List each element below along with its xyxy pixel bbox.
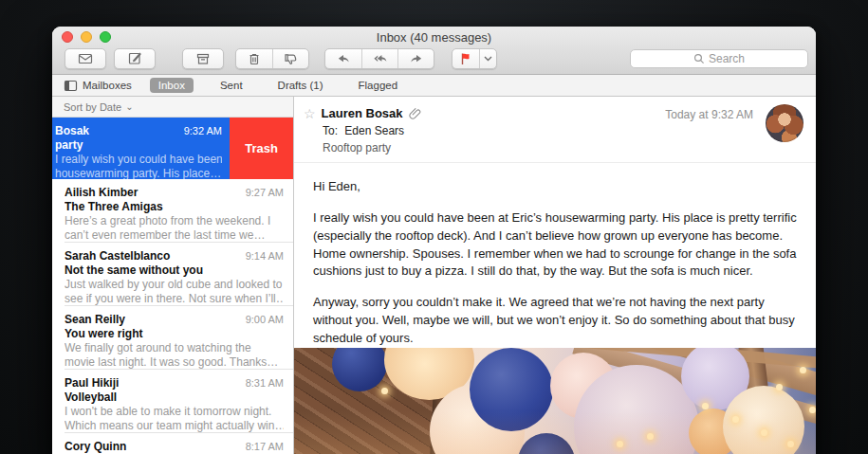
sort-by-date-control[interactable]: Sort by Date ⌄ xyxy=(52,97,293,118)
reply-button[interactable] xyxy=(325,49,361,68)
forward-button[interactable] xyxy=(397,49,434,68)
message-preview-line: can’t even remember the last time we… xyxy=(65,228,284,243)
reply-arrow-icon xyxy=(336,52,351,65)
message-body: Hi Eden, I really wish you could have be… xyxy=(294,163,816,348)
message-date: Today at 9:32 AM xyxy=(665,108,753,121)
message-preview-line: see if you were in there. Not sure when … xyxy=(65,292,284,306)
message-preview-line: I really wish you could have been xyxy=(55,153,222,167)
message-time: 9:27 AM xyxy=(246,187,284,198)
delete-button[interactable] xyxy=(236,49,272,68)
message-sender: Cory Quinn xyxy=(65,440,240,453)
message-header: ☆ Lauren Bosak To: Eden Sears Rooftop pa… xyxy=(294,97,816,163)
message-subject: party xyxy=(55,138,222,152)
message-subject: Not the same without you xyxy=(65,263,284,277)
message-list-item[interactable]: Cory Quinn 8:17 AM Vacation photos xyxy=(52,433,293,454)
message-list-item[interactable]: Ailish Kimber 9:27 AM The Three Amigas H… xyxy=(52,179,293,243)
photo-glow-overlay xyxy=(294,348,816,454)
message-subject: The Three Amigas xyxy=(65,200,284,213)
magnifier-icon xyxy=(693,53,705,64)
content-area: Sort by Date ⌄ Bosak 9:32 AM party I rea… xyxy=(52,97,816,454)
archive-icon xyxy=(195,52,211,65)
compose-icon xyxy=(128,51,142,65)
body-paragraph: I really wish you could have been at Eri… xyxy=(313,209,797,281)
attachment-photo[interactable] xyxy=(294,348,816,454)
thumbs-down-icon xyxy=(284,52,298,65)
message-preview-line: movie last night. It was so good. Thanks… xyxy=(65,355,284,370)
mailboxes-button[interactable]: Mailboxes xyxy=(64,80,132,92)
swiped-message-content[interactable]: Bosak 9:32 AM party I really wish you co… xyxy=(52,118,230,179)
trash-swipe-button[interactable]: Trash xyxy=(230,118,293,179)
message-time: 8:31 AM xyxy=(246,377,284,389)
archive-button[interactable] xyxy=(182,48,224,69)
zoom-button[interactable] xyxy=(100,31,111,43)
desktop-background: { "window": { "title": "Inbox (40 messag… xyxy=(0,0,868,454)
flag-button[interactable] xyxy=(452,49,479,68)
message-sender: Ailish Kimber xyxy=(65,186,240,199)
sort-label: Sort by Date xyxy=(64,101,121,113)
close-button[interactable] xyxy=(62,31,73,43)
favorites-tab-flagged[interactable]: Flagged xyxy=(350,78,407,93)
message-sender: Sean Reilly xyxy=(65,313,240,326)
window-title: Inbox (40 messages) xyxy=(377,30,491,45)
message-preview-line: We finally got around to watching the xyxy=(65,341,284,355)
message-time: 9:32 AM xyxy=(184,125,222,136)
search-placeholder: Search xyxy=(709,52,745,65)
window-titlebar[interactable]: Inbox (40 messages) xyxy=(52,27,816,47)
message-list-item-selected[interactable]: Bosak 9:32 AM party I really wish you co… xyxy=(52,118,293,179)
flag-icon xyxy=(460,52,471,65)
message-preview-line: Just walked by your old cube and looked … xyxy=(65,278,284,292)
message-sender: Paul Hikiji xyxy=(65,376,240,390)
favorites-tab-sent[interactable]: Sent xyxy=(212,78,251,93)
forward-arrow-icon xyxy=(409,52,424,65)
favorites-bar: Mailboxes Inbox Sent Drafts (1) Flagged xyxy=(52,75,816,97)
reading-subject: Rooftop party xyxy=(323,141,749,154)
message-time: 8:17 AM xyxy=(246,441,284,452)
message-sender: Sarah Castelblanco xyxy=(65,249,240,263)
get-mail-button[interactable] xyxy=(65,48,106,69)
reading-pane: ☆ Lauren Bosak To: Eden Sears Rooftop pa… xyxy=(294,97,816,454)
message-list-item[interactable]: Paul Hikiji 8:31 AM Volleyball I won't b… xyxy=(52,370,293,433)
message-time: 9:14 AM xyxy=(246,250,284,262)
star-outline-icon[interactable]: ☆ xyxy=(304,107,316,120)
trash-icon xyxy=(248,52,261,65)
paperclip-icon[interactable] xyxy=(409,107,421,120)
to-label: To: xyxy=(323,124,338,137)
window-header: Inbox (40 messages) xyxy=(52,27,816,75)
reply-all-arrow-icon xyxy=(372,52,388,65)
search-input[interactable]: Search xyxy=(630,49,808,68)
envelope-icon xyxy=(78,52,93,65)
message-preview-line: housewarming party. His place… xyxy=(55,167,222,179)
message-preview-line: I won't be able to make it tomorrow nigh… xyxy=(65,405,284,419)
favorites-tab-drafts[interactable]: Drafts (1) xyxy=(269,78,332,93)
message-list-item[interactable]: Sarah Castelblanco 9:14 AM Not the same … xyxy=(52,243,293,306)
sidebar-panels-icon xyxy=(64,80,78,92)
sender-avatar xyxy=(766,104,803,142)
flag-group xyxy=(452,48,497,69)
chevron-down-icon xyxy=(484,56,492,62)
message-subject: Volleyball xyxy=(65,390,284,404)
message-subject: You were right xyxy=(65,327,284,340)
message-list-item[interactable]: Sean Reilly 9:00 AM You were right We fi… xyxy=(52,306,293,370)
message-preview-line: Which means our team might actually win… xyxy=(65,419,284,433)
message-list: Sort by Date ⌄ Bosak 9:32 AM party I rea… xyxy=(52,97,294,454)
recipient-name: Eden Sears xyxy=(344,124,404,137)
body-paragraph: Hi Eden, xyxy=(313,178,797,196)
reply-all-button[interactable] xyxy=(361,49,397,68)
flag-menu-button[interactable] xyxy=(479,49,496,68)
toolbar: Search xyxy=(52,47,816,74)
body-paragraph: Anyway, sorry you couldn’t make it. We a… xyxy=(313,294,797,348)
minimize-button[interactable] xyxy=(81,31,92,43)
favorites-tab-inbox[interactable]: Inbox xyxy=(150,78,194,93)
delete-junk-group xyxy=(235,48,309,69)
compose-button[interactable] xyxy=(114,48,156,69)
reply-group xyxy=(324,48,434,69)
chevron-down-icon: ⌄ xyxy=(125,101,133,112)
message-preview-line: Here’s a great photo from the weekend. I xyxy=(65,214,284,228)
mailboxes-label: Mailboxes xyxy=(83,80,132,91)
reading-sender: Lauren Bosak xyxy=(322,106,403,120)
message-time: 9:00 AM xyxy=(246,314,284,325)
junk-button[interactable] xyxy=(272,49,308,68)
message-sender: Bosak xyxy=(55,124,178,137)
mail-window: Inbox (40 messages) xyxy=(52,27,816,454)
